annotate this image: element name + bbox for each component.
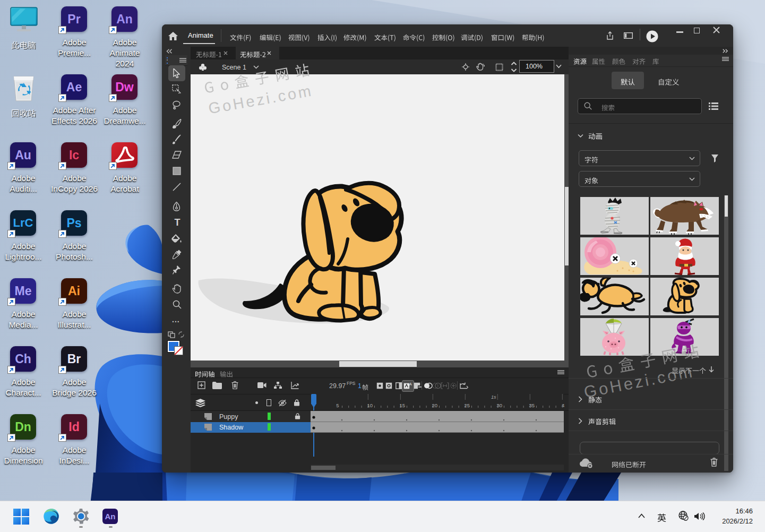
svg-text:A: A — [409, 382, 412, 386]
